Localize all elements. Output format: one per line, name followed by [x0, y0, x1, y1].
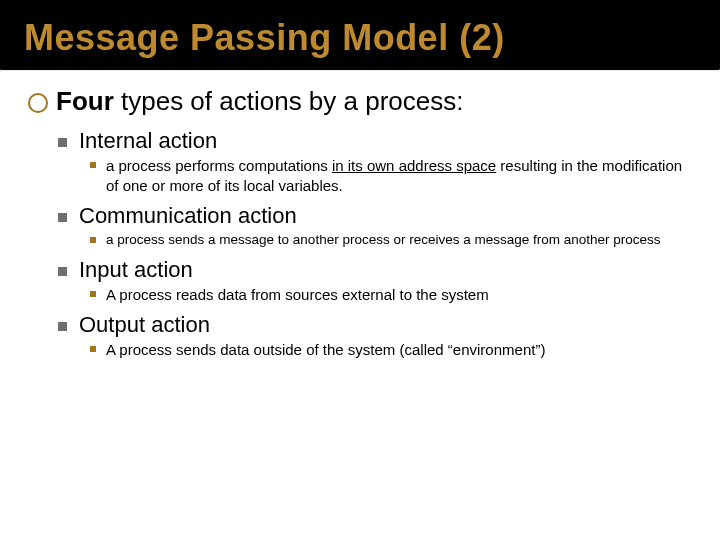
tiny-bullet-icon [90, 162, 96, 168]
tiny-bullet-icon [90, 291, 96, 297]
tiny-bullet-icon [90, 346, 96, 352]
bullet-level3: a process performs computations in its o… [90, 156, 692, 195]
detail-pre: a process sends a message to another pro… [106, 232, 661, 247]
level1-bold: Four [56, 86, 114, 116]
bullet-level3: a process sends a message to another pro… [90, 231, 692, 249]
level3-text: a process performs computations in its o… [106, 156, 692, 195]
level1-rest: types of actions by a process: [114, 86, 464, 116]
level2-heading: Output action [79, 312, 210, 338]
level2-heading: Input action [79, 257, 193, 283]
detail-pre: A process sends data outside of the syst… [106, 341, 545, 358]
level1-text: Four types of actions by a process: [56, 85, 464, 119]
title-bar: Message Passing Model (2) [0, 0, 720, 69]
level2-heading: Internal action [79, 128, 217, 154]
tiny-bullet-icon [90, 237, 96, 243]
circle-bullet-icon [28, 93, 48, 113]
bullet-level2: Input action [58, 257, 692, 283]
bullet-level2: Communication action [58, 203, 692, 229]
bullet-level2: Output action [58, 312, 692, 338]
level2-heading: Communication action [79, 203, 297, 229]
square-bullet-icon [58, 322, 67, 331]
slide-title: Message Passing Model (2) [24, 18, 720, 58]
slide-content: Four types of actions by a process: Inte… [0, 71, 720, 360]
detail-pre: A process reads data from sources extern… [106, 286, 489, 303]
bullet-level3: A process sends data outside of the syst… [90, 340, 692, 360]
level3-text: a process sends a message to another pro… [106, 231, 661, 249]
level3-text: A process reads data from sources extern… [106, 285, 489, 305]
bullet-level1: Four types of actions by a process: [28, 85, 692, 119]
square-bullet-icon [58, 213, 67, 222]
detail-pre: a process performs computations [106, 157, 332, 174]
bullet-level2: Internal action [58, 128, 692, 154]
level3-text: A process sends data outside of the syst… [106, 340, 545, 360]
bullet-level3: A process reads data from sources extern… [90, 285, 692, 305]
square-bullet-icon [58, 267, 67, 276]
square-bullet-icon [58, 138, 67, 147]
detail-underline: in its own address space [332, 157, 496, 174]
